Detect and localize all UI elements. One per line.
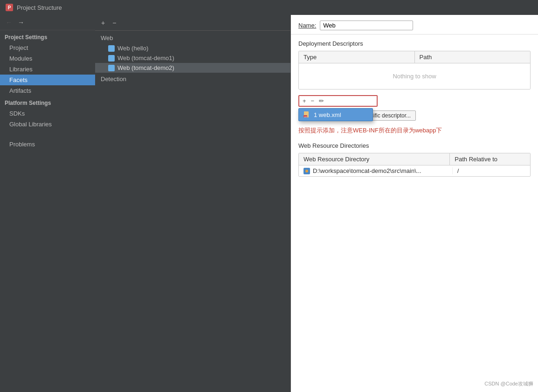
- web-resource-relative-path: /: [452, 167, 525, 174]
- facet-icon-web-demo2: [108, 65, 115, 71]
- nav-back-button[interactable]: ←: [4, 18, 14, 27]
- web-resource-title: Web Resource Directories: [298, 142, 531, 149]
- tree-item-label: Web (tomcat-demo1): [117, 55, 174, 62]
- dropdown-menu: xml 1 web.xml: [298, 108, 373, 121]
- project-settings-label: Project Settings: [0, 30, 95, 42]
- web-resource-header: Web Resource Directory Path Relative to: [299, 153, 530, 165]
- web-resource-section: Web Resource Directories Web Resource Di…: [298, 142, 531, 177]
- name-label: Name:: [298, 22, 316, 29]
- right-panel: Name: Deployment Descriptors Type Path N…: [291, 15, 538, 392]
- facet-icon-web-demo1: [108, 55, 115, 62]
- sidebar-item-libraries[interactable]: Libraries: [0, 64, 95, 75]
- deployment-descriptors-title: Deployment Descriptors: [298, 40, 531, 47]
- right-content: Deployment Descriptors Type Path Nothing…: [291, 34, 538, 392]
- facet-tree: Web Web (hello) Web (tomcat-demo1) Web (…: [95, 31, 290, 392]
- sidebar-item-project[interactable]: Project: [0, 42, 95, 53]
- dropdown-add-button[interactable]: +: [301, 97, 308, 105]
- facet-icon-web-hello: [108, 45, 115, 52]
- dropdown-toolbar: + − ✏: [298, 95, 378, 107]
- hint-text: 按照提示添加，注意WEB-INF所在的目录为webapp下: [298, 126, 531, 135]
- detection-label: Detection: [95, 73, 290, 85]
- deployment-descriptors-table: Type Path Nothing to show: [298, 51, 531, 89]
- footer-watermark: CSDN @Code攻城狮: [484, 380, 533, 387]
- web-resource-directory-path: D:\workspace\tomcat-demo2\src\main\...: [313, 167, 449, 174]
- center-panel: + − Web Web (hello) Web (tomcat-demo1) W…: [95, 15, 291, 392]
- web-xml-icon: xml: [303, 111, 311, 118]
- col-path: Path: [414, 51, 531, 63]
- tree-group-web: Web: [95, 33, 290, 43]
- dropdown-edit-button[interactable]: ✏: [317, 97, 325, 105]
- sidebar-item-sdks[interactable]: SDKs: [0, 108, 95, 119]
- right-header: Name:: [291, 15, 538, 34]
- tree-item-web-tomcat-demo1[interactable]: Web (tomcat-demo1): [95, 53, 290, 63]
- sidebar-item-modules[interactable]: Modules: [0, 53, 95, 64]
- nav-forward-button[interactable]: →: [16, 18, 26, 27]
- tree-item-web-hello[interactable]: Web (hello): [95, 43, 290, 53]
- app-icon: P: [6, 4, 13, 11]
- sidebar-item-problems[interactable]: Problems: [0, 139, 95, 150]
- tree-item-web-tomcat-demo2[interactable]: Web (tomcat-demo2): [95, 63, 290, 73]
- platform-settings-label: Platform Settings: [0, 96, 95, 108]
- name-input[interactable]: [320, 21, 413, 30]
- add-facet-button[interactable]: +: [99, 18, 107, 28]
- dropdown-menu-item-label: 1 web.xml: [314, 111, 341, 118]
- window-title: Project Structure: [17, 4, 62, 11]
- sidebar-item-facets[interactable]: Facets: [0, 75, 95, 85]
- wrc-col-path-relative: Path Relative to: [449, 153, 530, 165]
- tree-item-label: Web (tomcat-demo2): [117, 64, 174, 71]
- sidebar-nav: ← →: [0, 15, 95, 30]
- title-bar: P Project Structure: [0, 0, 538, 15]
- svg-text:xml: xml: [304, 116, 307, 118]
- dropdown-area: + − ✏ xml 1 web.xml: [298, 95, 531, 107]
- sidebar-item-global-libraries[interactable]: Global Libraries: [0, 119, 95, 130]
- tree-item-label: Web (hello): [117, 45, 148, 52]
- web-resource-table: Web Resource Directory Path Relative to …: [298, 153, 531, 177]
- center-toolbar: + −: [95, 15, 290, 31]
- dropdown-remove-button[interactable]: −: [310, 97, 316, 105]
- table-header: Type Path: [299, 51, 530, 63]
- sidebar: ← → Project Settings Project Modules Lib…: [0, 15, 95, 392]
- col-type: Type: [299, 51, 414, 63]
- web-resource-row[interactable]: D:\workspace\tomcat-demo2\src\main\... /: [299, 165, 530, 176]
- wrc-col-directory: Web Resource Directory: [299, 153, 449, 165]
- remove-facet-button[interactable]: −: [110, 18, 118, 28]
- empty-message: Nothing to show: [299, 63, 530, 89]
- web-resource-icon: [303, 168, 310, 174]
- sidebar-item-artifacts[interactable]: Artifacts: [0, 85, 95, 96]
- dropdown-menu-item-webxml[interactable]: xml 1 web.xml: [299, 109, 372, 121]
